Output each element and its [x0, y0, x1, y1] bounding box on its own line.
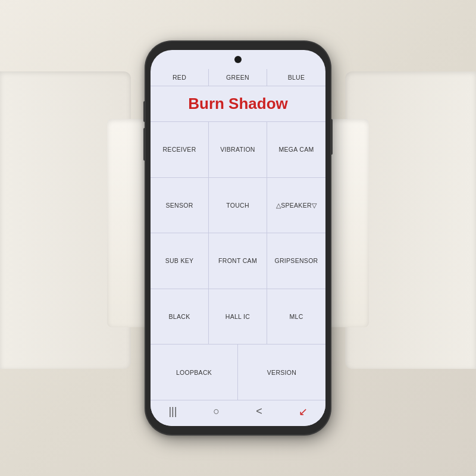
rgb-row: RED GREEN BLUE	[151, 69, 325, 86]
recent-apps-button[interactable]: |||	[168, 405, 177, 418]
front-camera-dot	[234, 56, 242, 63]
grip-sensor-button[interactable]: GRIPSENSOR	[267, 233, 325, 289]
scene: RED GREEN BLUE Burn Shadow RECEIVER VIBR…	[0, 0, 476, 476]
green-button[interactable]: GREEN	[209, 69, 267, 86]
power-button[interactable]	[330, 119, 333, 155]
home-button[interactable]: ○	[213, 405, 220, 418]
menu-grid: RECEIVER VIBRATION MEGA CAM SENSOR TOUCH…	[151, 121, 325, 400]
black-button[interactable]: BLACK	[151, 289, 209, 345]
extra-nav-button[interactable]: ↙	[299, 405, 308, 418]
burn-shadow-title: Burn Shadow	[151, 86, 325, 121]
menu-row-4: BLACK HALL IC MLC	[151, 289, 325, 345]
back-button[interactable]: <	[256, 405, 262, 418]
vibration-button[interactable]: VIBRATION	[209, 122, 267, 177]
loopback-button[interactable]: LOOPBACK	[151, 345, 238, 400]
front-cam-button[interactable]: FRONT CAM	[209, 233, 267, 289]
receiver-button[interactable]: RECEIVER	[151, 122, 209, 177]
volume-up-button[interactable]	[143, 101, 146, 122]
phone-body: RED GREEN BLUE Burn Shadow RECEIVER VIBR…	[146, 42, 330, 434]
mlc-button[interactable]: MLC	[267, 289, 325, 345]
nav-bar: ||| ○ < ↙	[151, 400, 325, 426]
menu-row-3: SUB KEY FRONT CAM GRIPSENSOR	[151, 233, 325, 289]
speaker-button[interactable]: △SPEAKER▽	[267, 178, 325, 233]
screen-content: RED GREEN BLUE Burn Shadow RECEIVER VIBR…	[151, 67, 325, 426]
menu-row-5: LOOPBACK VERSION	[151, 345, 325, 400]
hall-ic-button[interactable]: HALL IC	[209, 289, 267, 345]
red-button[interactable]: RED	[151, 69, 209, 86]
menu-row-1: RECEIVER VIBRATION MEGA CAM	[151, 122, 325, 178]
version-button[interactable]: VERSION	[238, 345, 325, 400]
blue-button[interactable]: BLUE	[267, 69, 325, 86]
volume-down-button[interactable]	[143, 128, 146, 161]
sensor-button[interactable]: SENSOR	[151, 178, 209, 233]
menu-row-2: SENSOR TOUCH △SPEAKER▽	[151, 178, 325, 234]
touch-button[interactable]: TOUCH	[209, 178, 267, 233]
phone-screen: RED GREEN BLUE Burn Shadow RECEIVER VIBR…	[151, 50, 325, 426]
mega-cam-button[interactable]: MEGA CAM	[267, 122, 325, 177]
sub-key-button[interactable]: SUB KEY	[151, 233, 209, 289]
